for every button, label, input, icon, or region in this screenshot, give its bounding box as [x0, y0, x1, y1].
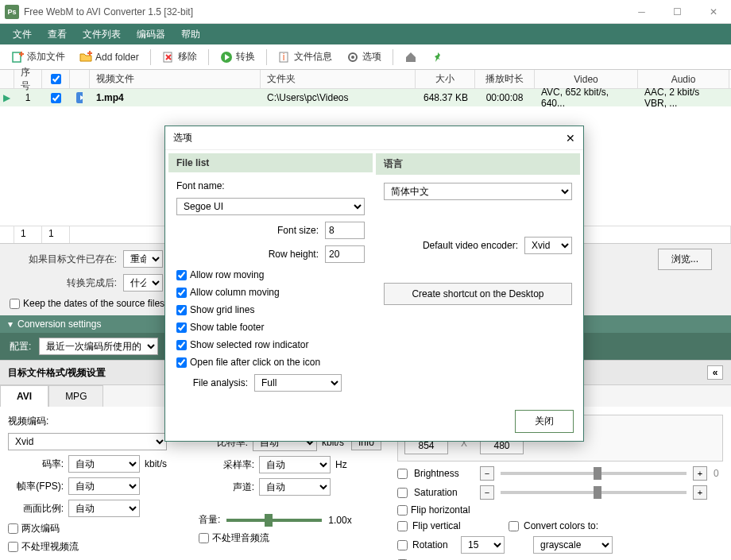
language-select[interactable]: 简体中文: [384, 183, 572, 200]
sample-select[interactable]: 自动: [259, 456, 331, 473]
show-indicator-checkbox[interactable]: [176, 340, 187, 350]
gear-icon: [346, 51, 359, 64]
fps-label: 帧率(FPS):: [8, 480, 64, 493]
table-row[interactable]: ▶ 1 1.mp4 C:\Users\pc\Videos 648.37 KB 0…: [0, 89, 731, 106]
dialog-close-button[interactable]: 关闭: [515, 410, 574, 433]
saturation-plus[interactable]: +: [693, 485, 707, 500]
options-button[interactable]: 选项: [340, 48, 388, 66]
file-info-button[interactable]: i 文件信息: [272, 48, 338, 66]
menu-view[interactable]: 查看: [40, 25, 75, 44]
keep-dates-checkbox[interactable]: [10, 299, 20, 309]
allow-col-moving-checkbox[interactable]: [176, 288, 187, 298]
col-size[interactable]: 大小: [416, 70, 475, 88]
add-folder-button[interactable]: Add folder: [73, 48, 145, 66]
menu-filelist[interactable]: 文件列表: [75, 25, 129, 44]
file-analysis-select[interactable]: Full: [254, 374, 342, 392]
exists-select[interactable]: 重命: [123, 250, 163, 268]
rotation-label: Rotation: [412, 539, 456, 550]
create-shortcut-button[interactable]: Create shortcut on the Desktop: [384, 283, 572, 305]
remove-button[interactable]: 移除: [156, 48, 203, 66]
saturation-checkbox[interactable]: [397, 488, 408, 498]
font-name-select[interactable]: Segoe UI: [176, 198, 365, 215]
show-grid-checkbox[interactable]: [176, 305, 187, 315]
row-file: 1.mp4: [90, 91, 261, 105]
add-folder-label: Add folder: [95, 52, 139, 63]
brightness-slider[interactable]: [501, 472, 687, 475]
volume-value: 1.00x: [328, 515, 351, 526]
options-label: 选项: [362, 50, 381, 64]
home-button[interactable]: [398, 48, 424, 66]
convert-button[interactable]: 转换: [214, 48, 261, 66]
row-checkbox[interactable]: [51, 93, 61, 103]
footer-count1: 1: [14, 226, 42, 243]
svg-text:i: i: [282, 52, 284, 63]
two-pass-checkbox[interactable]: [8, 523, 18, 534]
menu-help[interactable]: 帮助: [173, 25, 208, 44]
menu-encoder[interactable]: 编码器: [129, 25, 173, 44]
col-duration[interactable]: 播放时长: [475, 70, 535, 88]
bitrate-select[interactable]: 自动: [68, 455, 140, 473]
default-encoder-select[interactable]: Xvid: [524, 237, 572, 254]
pin-button[interactable]: [425, 48, 451, 66]
dialog-close-icon[interactable]: ✕: [566, 132, 575, 145]
open-after-click-label: Open file after click on the icon: [190, 357, 320, 368]
show-footer-label: Show table footer: [190, 322, 264, 333]
aspect-select[interactable]: 自动: [68, 500, 140, 517]
convert-colors-checkbox[interactable]: [509, 521, 519, 531]
close-button[interactable]: ✕: [695, 0, 731, 24]
grayscale-select[interactable]: grayscale: [533, 536, 613, 554]
brightness-plus[interactable]: +: [693, 466, 707, 481]
no-video-checkbox[interactable]: [8, 542, 18, 552]
config-select[interactable]: 最近一次编码所使用的: [39, 338, 158, 355]
volume-slider[interactable]: [226, 519, 322, 522]
dialog-titlebar: 选项 ✕: [165, 126, 583, 150]
collapse-button[interactable]: «: [707, 365, 723, 380]
maximize-button[interactable]: ☐: [659, 0, 695, 24]
row-video: AVC, 652 kbit/s, 640...: [535, 85, 638, 110]
allow-col-moving-label: Allow column moving: [190, 287, 280, 298]
no-audio-checkbox[interactable]: [199, 533, 209, 543]
row-folder: C:\Users\pc\Videos: [261, 91, 416, 105]
row-check[interactable]: [42, 91, 70, 105]
col-check[interactable]: [42, 70, 70, 88]
col-file[interactable]: 视频文件: [90, 70, 261, 88]
row-height-input[interactable]: [325, 245, 365, 263]
browse-button[interactable]: 浏览...: [658, 249, 712, 270]
col-icon[interactable]: [70, 70, 90, 88]
rotation-select[interactable]: 15: [461, 536, 505, 554]
col-seq[interactable]: 序号: [14, 70, 42, 88]
col-marker[interactable]: [0, 70, 14, 88]
options-dialog: 选项 ✕ File list Font name: Segoe UI Font …: [164, 126, 584, 442]
file-list-group-header: File list: [168, 153, 373, 172]
channels-label: 声道:: [199, 481, 254, 494]
open-after-click-checkbox[interactable]: [176, 357, 187, 368]
pin-icon: [431, 51, 444, 64]
header-checkbox[interactable]: [51, 74, 61, 84]
menubar: 文件 查看 文件列表 编码器 帮助: [0, 24, 731, 44]
channels-select[interactable]: 自动: [259, 478, 331, 496]
col-folder[interactable]: 文件夹: [261, 70, 416, 88]
show-indicator-label: Show selected row indicator: [190, 339, 308, 350]
video-encoding-select[interactable]: Xvid: [8, 433, 167, 450]
allow-row-moving-checkbox[interactable]: [176, 270, 187, 280]
row-audio: AAC, 2 kbit/s VBR, ...: [638, 85, 729, 110]
tab-avi[interactable]: AVI: [0, 385, 48, 407]
fps-select[interactable]: 自动: [68, 477, 140, 495]
font-size-input[interactable]: [325, 222, 365, 239]
brightness-minus[interactable]: −: [480, 466, 494, 481]
show-grid-label: Show grid lines: [190, 304, 254, 315]
flip-v-checkbox[interactable]: [397, 521, 408, 531]
brightness-checkbox[interactable]: [397, 469, 408, 479]
add-file-button[interactable]: 添加文件: [5, 48, 72, 66]
flip-h-checkbox[interactable]: [397, 505, 408, 516]
file-analysis-label: File analysis:: [176, 377, 248, 388]
show-footer-checkbox[interactable]: [176, 322, 187, 333]
rotation-checkbox[interactable]: [397, 540, 408, 550]
flip-h-label: Flip horizontal: [411, 504, 470, 516]
saturation-slider[interactable]: [501, 491, 687, 494]
tab-mpg[interactable]: MPG: [48, 385, 103, 407]
menu-file[interactable]: 文件: [5, 25, 40, 44]
saturation-minus[interactable]: −: [480, 485, 494, 500]
after-select[interactable]: 什么: [123, 274, 163, 292]
minimize-button[interactable]: ─: [624, 0, 659, 24]
